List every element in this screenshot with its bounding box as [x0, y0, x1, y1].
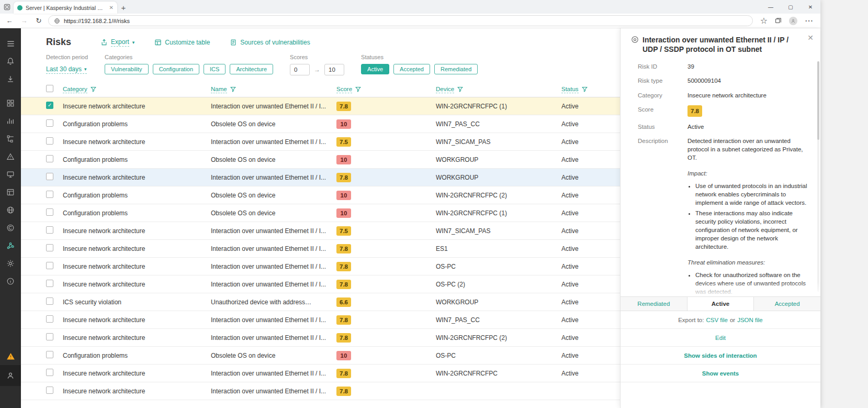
- filter-funnel-icon[interactable]: [582, 86, 588, 92]
- table-row[interactable]: Insecure network architecture Interactio…: [21, 222, 620, 240]
- row-checkbox[interactable]: [46, 315, 53, 323]
- row-checkbox[interactable]: [46, 137, 53, 145]
- row-checkbox[interactable]: [46, 369, 53, 376]
- detection-period-dropdown[interactable]: Last 30 days▾: [46, 65, 87, 74]
- column-header-status[interactable]: Status: [561, 86, 620, 93]
- table-row[interactable]: ICS security violation Unauthorized devi…: [21, 293, 620, 311]
- browser-tab[interactable]: Server | Kaspersky Industrial Cyb ✕: [14, 2, 117, 14]
- assets-tree-icon[interactable]: [0, 130, 21, 148]
- row-checkbox[interactable]: [46, 226, 53, 234]
- browser-profile-avatar[interactable]: [789, 17, 797, 25]
- table-row[interactable]: Insecure network architecture Interactio…: [21, 311, 620, 329]
- show-sides-of-interaction-button[interactable]: Show sides of interaction: [684, 352, 757, 359]
- row-checkbox[interactable]: [46, 262, 53, 269]
- score-max-input[interactable]: [324, 64, 344, 75]
- column-header-score[interactable]: Score: [336, 86, 436, 93]
- status-chip[interactable]: Remediated: [434, 64, 478, 74]
- select-all-checkbox[interactable]: [46, 85, 53, 92]
- table-row[interactable]: Insecure network architecture Interactio…: [21, 240, 620, 258]
- events-c-icon[interactable]: [0, 219, 21, 237]
- panel-scrollbar[interactable]: [817, 61, 819, 292]
- reports-table-icon[interactable]: [0, 183, 21, 201]
- window-maximize-button[interactable]: ▢: [781, 0, 801, 14]
- updates-download-icon[interactable]: [0, 70, 21, 88]
- settings-gear-icon[interactable]: [0, 255, 21, 272]
- sources-of-vulnerabilities-button[interactable]: Sources of vulnerabilities: [230, 39, 310, 46]
- table-row[interactable]: Configuration problems Obsolete OS on de…: [21, 347, 620, 365]
- export-json-link[interactable]: JSON file: [737, 317, 763, 323]
- export-button[interactable]: Export ▾: [100, 38, 134, 47]
- row-checkbox[interactable]: [46, 102, 53, 109]
- row-checkbox[interactable]: [46, 244, 53, 251]
- edit-button[interactable]: Edit: [715, 335, 726, 341]
- row-checkbox[interactable]: [46, 208, 53, 216]
- table-row[interactable]: Insecure network architecture Interactio…: [21, 365, 620, 382]
- column-header-category[interactable]: Category: [63, 86, 211, 93]
- table-row[interactable]: Insecure network architecture Interactio…: [21, 258, 620, 275]
- filter-funnel-icon[interactable]: [457, 86, 463, 92]
- show-events-button[interactable]: Show events: [702, 370, 739, 377]
- row-checkbox[interactable]: [46, 351, 53, 358]
- close-icon[interactable]: ✕: [807, 34, 814, 42]
- back-icon[interactable]: ←: [4, 17, 15, 25]
- row-checkbox[interactable]: [46, 119, 53, 127]
- table-row[interactable]: Insecure network architecture Interactio…: [21, 329, 620, 347]
- table-row[interactable]: Configuration problems Obsolete OS on de…: [21, 204, 620, 222]
- export-csv-link[interactable]: CSV file: [706, 317, 728, 323]
- status-tab-active[interactable]: Active: [687, 297, 754, 311]
- category-chip[interactable]: ICS: [204, 64, 226, 74]
- status-tab-accepted[interactable]: Accepted: [754, 297, 820, 311]
- license-warning-icon[interactable]: [0, 347, 21, 365]
- category-chip[interactable]: Architecture: [230, 64, 273, 74]
- forward-icon[interactable]: →: [19, 17, 29, 25]
- user-profile-icon[interactable]: [0, 365, 21, 386]
- status-chip[interactable]: Accepted: [393, 64, 430, 74]
- row-checkbox[interactable]: [46, 173, 53, 180]
- table-row[interactable]: Configuration problems Obsolete OS on de…: [21, 115, 620, 133]
- score-min-input[interactable]: [290, 64, 310, 75]
- row-checkbox[interactable]: [46, 387, 53, 394]
- row-checkbox[interactable]: [46, 297, 53, 305]
- browser-menu-icon[interactable]: ⋯: [805, 16, 813, 26]
- table-row[interactable]: Configuration problems Obsolete OS on de…: [21, 186, 620, 204]
- about-info-icon[interactable]: [0, 272, 21, 290]
- window-minimize-button[interactable]: —: [761, 0, 781, 14]
- row-checkbox[interactable]: [46, 333, 53, 340]
- address-bar[interactable]: https://192.168.2.1/#/risks: [48, 15, 753, 26]
- column-header-name[interactable]: Name: [211, 86, 336, 93]
- status-tab-remediated[interactable]: Remediated: [621, 297, 687, 311]
- risks-graph-icon[interactable]: [0, 237, 21, 255]
- filter-funnel-icon[interactable]: [91, 86, 96, 92]
- row-checkbox[interactable]: [46, 280, 53, 287]
- collections-icon[interactable]: [775, 17, 782, 24]
- category-chip[interactable]: Vulnerability: [105, 64, 149, 74]
- row-checkbox[interactable]: [46, 155, 53, 162]
- network-map-globe-icon[interactable]: [0, 201, 21, 219]
- tab-close-icon[interactable]: ✕: [109, 5, 114, 10]
- filter-funnel-icon[interactable]: [355, 86, 361, 92]
- window-close-button[interactable]: ✕: [801, 0, 820, 14]
- table-row[interactable]: Configuration problems Obsolete OS on de…: [21, 151, 620, 169]
- new-tab-button[interactable]: +: [117, 1, 130, 14]
- refresh-icon[interactable]: ↻: [33, 17, 44, 25]
- notifications-bell-icon[interactable]: [0, 52, 21, 70]
- category-chip[interactable]: Configuration: [153, 64, 199, 74]
- monitoring-chart-icon[interactable]: [0, 112, 21, 130]
- menu-icon[interactable]: [0, 35, 21, 52]
- devices-monitor-icon[interactable]: [0, 166, 21, 183]
- table-row[interactable]: Insecure network architecture Interactio…: [21, 133, 620, 151]
- dashboard-grid-icon[interactable]: [0, 94, 21, 112]
- customize-table-button[interactable]: Customize table: [154, 39, 210, 46]
- row-checkbox[interactable]: [46, 191, 53, 198]
- column-header-device[interactable]: Device: [436, 86, 561, 93]
- cell-name: Interaction over unwanted Ethernet II / …: [211, 334, 336, 341]
- table-row[interactable]: Insecure network architecture Interactio…: [21, 169, 620, 186]
- table-row[interactable]: Insecure network architecture Interactio…: [21, 382, 620, 400]
- alerts-triangle-icon[interactable]: [0, 148, 21, 166]
- table-row[interactable]: Insecure network architecture Interactio…: [21, 97, 620, 115]
- filter-funnel-icon[interactable]: [230, 86, 236, 92]
- window-menu-icon[interactable]: [0, 0, 14, 14]
- favorites-star-icon[interactable]: ☆: [760, 16, 768, 26]
- status-chip[interactable]: Active: [361, 64, 389, 74]
- table-row[interactable]: Insecure network architecture Interactio…: [21, 275, 620, 293]
